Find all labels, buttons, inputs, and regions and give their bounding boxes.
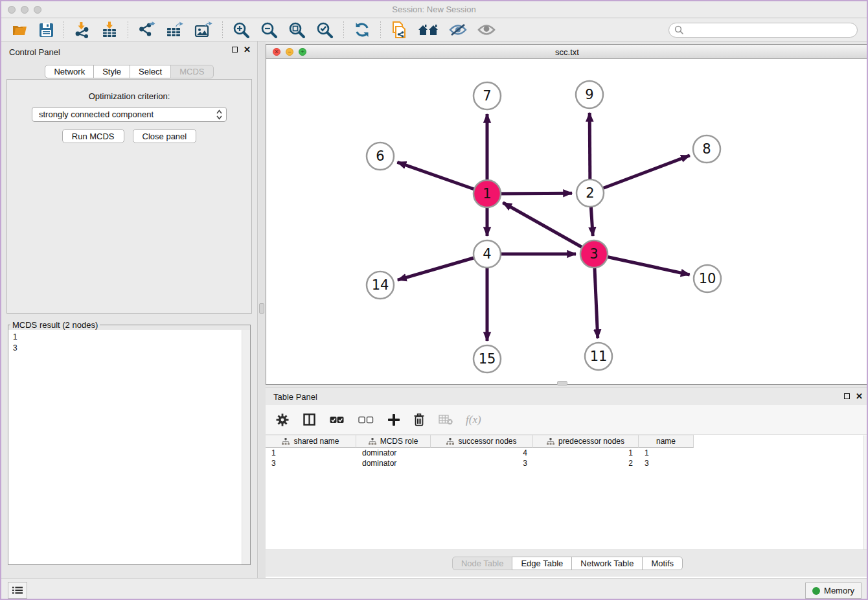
import-table-button[interactable] — [98, 19, 121, 40]
optimization-criterion-label: Optimization criterion: — [7, 91, 251, 101]
run-mcds-button[interactable]: Run MCDS — [62, 129, 124, 143]
create-column-button[interactable] — [387, 413, 401, 427]
open-folder-icon — [12, 22, 29, 38]
cell-predecessor-nodes: 2 — [533, 458, 639, 468]
node-6[interactable]: 6 — [367, 143, 394, 170]
edge-3-1[interactable] — [503, 203, 594, 254]
zoom-out-button[interactable] — [257, 19, 281, 40]
close-panel-icon[interactable]: ✕ — [244, 47, 251, 52]
node-2[interactable]: 2 — [577, 179, 604, 207]
edge-3-10[interactable] — [594, 254, 690, 275]
table-panel-title: Table Panel — [273, 392, 317, 402]
hide-selected-button[interactable] — [446, 19, 470, 40]
tab-style[interactable]: Style — [93, 65, 130, 78]
search-field[interactable] — [668, 23, 858, 38]
table-panel: Table Panel ✕ — [266, 387, 868, 578]
show-columns-button[interactable] — [302, 412, 317, 427]
node-3[interactable]: 3 — [580, 240, 608, 268]
float-panel-icon[interactable] — [232, 47, 238, 52]
export-table-button[interactable] — [163, 19, 187, 40]
svg-text:9: 9 — [585, 87, 593, 102]
delete-table-button[interactable] — [437, 413, 454, 426]
column-header-successor-nodes[interactable]: successor nodes — [431, 435, 533, 448]
table-row[interactable]: 3dominator323 — [266, 458, 868, 468]
node-9[interactable]: 9 — [576, 81, 603, 108]
zoom-selected-icon — [316, 21, 334, 39]
column-type-icon — [282, 438, 290, 445]
open-session-button[interactable] — [8, 19, 32, 40]
node-1[interactable]: 1 — [474, 180, 501, 207]
column-label: MCDS role — [380, 437, 418, 446]
show-all-button[interactable] — [474, 19, 499, 40]
export-network-button[interactable] — [135, 19, 159, 40]
node-15[interactable]: 15 — [474, 345, 501, 373]
tab-select[interactable]: Select — [130, 65, 171, 78]
first-neighbors-button[interactable] — [387, 19, 411, 40]
save-session-button[interactable] — [36, 19, 57, 40]
refresh-icon — [354, 21, 371, 38]
node-10[interactable]: 10 — [694, 265, 721, 292]
node-8[interactable]: 8 — [693, 135, 720, 163]
result-scrollbar[interactable] — [242, 330, 250, 564]
cell-shared-name: 3 — [266, 458, 356, 468]
column-header-predecessor-nodes[interactable]: predecessor nodes — [533, 435, 639, 448]
column-type-icon — [446, 438, 454, 445]
checked-boxes-icon — [330, 416, 344, 424]
column-header-name[interactable]: name — [639, 435, 694, 448]
table-settings-button[interactable] — [275, 412, 290, 428]
tab-edge-table[interactable]: Edge Table — [512, 557, 572, 570]
edge-2-8[interactable] — [590, 156, 690, 193]
horizontal-splitter-handle[interactable] — [557, 381, 567, 386]
tab-network[interactable]: Network — [45, 65, 94, 78]
panel-splitter[interactable] — [258, 41, 266, 578]
eye-icon — [477, 23, 496, 37]
cell-name: 3 — [639, 458, 694, 468]
tab-mcds[interactable]: MCDS — [170, 65, 213, 78]
network-window-titlebar[interactable]: ✕ − + scc.txt — [266, 45, 868, 59]
mcds-result-text[interactable]: 1 3 — [8, 330, 242, 564]
control-panel-header: Control Panel ✕ — [1, 41, 257, 62]
save-icon — [39, 23, 54, 38]
column-header-MCDS-role[interactable]: MCDS role — [356, 435, 431, 448]
float-table-panel-icon[interactable] — [844, 393, 850, 399]
plus-icon — [388, 414, 400, 426]
tab-motifs[interactable]: Motifs — [642, 557, 683, 570]
control-panel-tabs: NetworkStyleSelectMCDS — [1, 65, 257, 78]
toolbar-separator — [128, 21, 128, 38]
refresh-layout-button[interactable] — [350, 19, 374, 40]
close-panel-button[interactable]: Close panel — [133, 129, 197, 143]
first-neighbors-icon — [391, 21, 407, 39]
node-11[interactable]: 11 — [585, 343, 612, 370]
unselect-all-columns-button[interactable] — [357, 415, 375, 425]
zoom-selected-button[interactable] — [313, 19, 337, 40]
houses-icon — [418, 22, 439, 38]
cell-successor-nodes: 3 — [431, 458, 533, 468]
search-input[interactable] — [687, 25, 852, 35]
function-builder-button[interactable]: f(x) — [466, 413, 481, 426]
home-views-button[interactable] — [415, 19, 442, 40]
table-scrollbar[interactable] — [863, 435, 868, 549]
control-panel: Control Panel ✕ NetworkStyleSelectMCDS O… — [1, 41, 258, 578]
column-label: successor nodes — [458, 437, 516, 446]
node-7[interactable]: 7 — [474, 82, 501, 110]
tab-node-table[interactable]: Node Table — [452, 557, 513, 570]
toolbar-separator — [222, 21, 223, 38]
cell-shared-name: 1 — [266, 448, 356, 458]
node-14[interactable]: 14 — [367, 271, 394, 299]
task-history-button[interactable] — [8, 582, 27, 599]
criterion-select[interactable]: strongly connected component — [32, 107, 227, 122]
export-image-button[interactable] — [191, 19, 216, 40]
splitter-handle[interactable] — [259, 303, 264, 314]
table-row[interactable]: 1dominator411 — [266, 448, 868, 458]
zoom-in-button[interactable] — [229, 19, 253, 40]
zoom-fit-button[interactable] — [285, 19, 309, 40]
column-header-shared-name[interactable]: shared name — [266, 435, 356, 448]
node-4[interactable]: 4 — [474, 240, 501, 268]
tab-network-table[interactable]: Network Table — [571, 557, 643, 570]
close-table-panel-icon[interactable]: ✕ — [856, 393, 863, 399]
import-network-button[interactable] — [71, 19, 94, 40]
network-canvas[interactable]: 7968124314101511 — [266, 59, 868, 384]
delete-column-button[interactable] — [413, 412, 426, 428]
select-all-columns-button[interactable] — [328, 415, 345, 425]
memory-button[interactable]: Memory — [805, 583, 862, 599]
